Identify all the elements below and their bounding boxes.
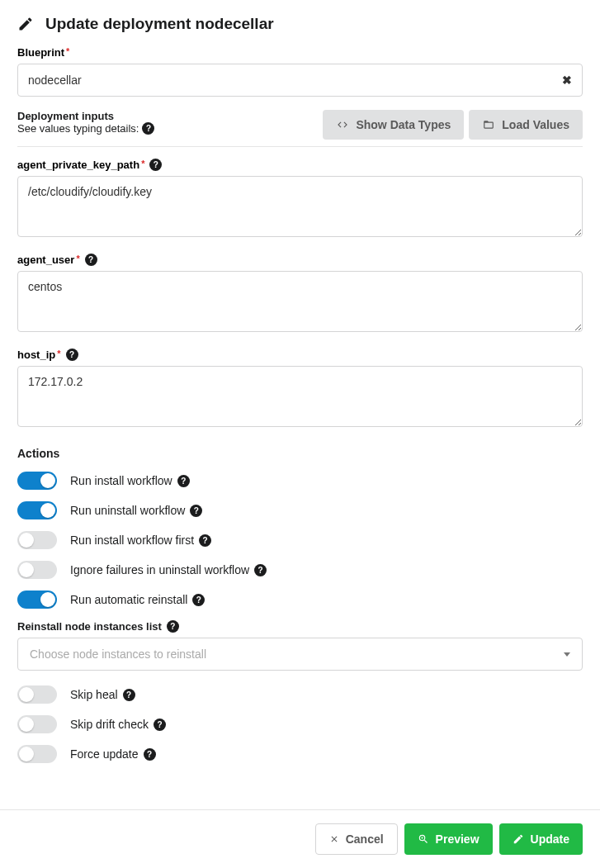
- blueprint-input[interactable]: [28, 64, 562, 96]
- deployment-inputs-subtitle: See values typing details: ?: [17, 122, 154, 135]
- help-icon[interactable]: ?: [154, 719, 166, 731]
- help-icon[interactable]: ?: [167, 620, 179, 633]
- help-icon[interactable]: ?: [144, 748, 156, 761]
- edit-icon: [513, 833, 524, 845]
- run-uninstall-workflow-toggle[interactable]: [17, 501, 57, 519]
- agent-user-input[interactable]: centos: [17, 271, 583, 332]
- help-icon[interactable]: ?: [149, 159, 162, 171]
- help-icon[interactable]: ?: [142, 122, 154, 135]
- run-automatic-reinstall-label: Run automatic reinstall ?: [70, 593, 205, 606]
- agent-private-key-path-label: agent_private_key_path*: [17, 159, 144, 171]
- ignore-failures-label: Ignore failures in uninstall workflow ?: [70, 563, 267, 576]
- skip-drift-check-toggle[interactable]: [17, 715, 57, 733]
- host-ip-label: host_ip*: [17, 349, 61, 361]
- force-update-label: Force update ?: [70, 747, 156, 761]
- run-install-workflow-label: Run install workflow ?: [70, 474, 190, 487]
- deployment-inputs-heading: Deployment inputs: [17, 110, 154, 122]
- close-icon: [329, 834, 339, 844]
- modal-title: Update deployment nodecellar: [45, 15, 274, 33]
- show-data-types-button[interactable]: Show Data Types: [323, 110, 464, 140]
- agent-private-key-path-input[interactable]: /etc/cloudify/cloudify.key: [17, 176, 583, 237]
- divider: [17, 146, 583, 147]
- cancel-button[interactable]: Cancel: [315, 823, 398, 855]
- modal-footer: Cancel Preview Update: [0, 809, 600, 868]
- folder-open-icon: [482, 119, 495, 130]
- actions-heading: Actions: [17, 447, 583, 460]
- chevron-down-icon: [564, 652, 570, 657]
- reinstall-list-dropdown[interactable]: Choose node instances to reinstall: [17, 638, 583, 671]
- run-install-workflow-toggle[interactable]: [17, 472, 57, 490]
- blueprint-input-wrap[interactable]: ✖: [17, 64, 583, 97]
- host-ip-input[interactable]: 172.17.0.2: [17, 366, 583, 427]
- load-values-button[interactable]: Load Values: [469, 110, 583, 140]
- skip-drift-check-label: Skip drift check ?: [70, 718, 166, 731]
- search-plus-icon: [418, 833, 429, 845]
- update-button[interactable]: Update: [499, 823, 583, 855]
- help-icon[interactable]: ?: [85, 254, 97, 266]
- ignore-failures-toggle[interactable]: [17, 561, 57, 579]
- help-icon[interactable]: ?: [192, 594, 205, 606]
- blueprint-label: Blueprint*: [17, 46, 583, 59]
- run-uninstall-workflow-label: Run uninstall workflow ?: [70, 504, 202, 517]
- code-icon: [336, 119, 349, 130]
- agent-user-label: agent_user*: [17, 254, 80, 266]
- help-icon[interactable]: ?: [123, 689, 135, 701]
- help-icon[interactable]: ?: [190, 505, 202, 517]
- run-automatic-reinstall-toggle[interactable]: [17, 591, 57, 609]
- run-install-workflow-first-toggle[interactable]: [17, 531, 57, 549]
- run-install-workflow-first-label: Run install workflow first ?: [70, 534, 211, 547]
- force-update-toggle[interactable]: [17, 745, 57, 763]
- skip-heal-toggle[interactable]: [17, 685, 57, 704]
- modal-header: Update deployment nodecellar: [0, 0, 600, 46]
- help-icon[interactable]: ?: [254, 564, 267, 576]
- edit-icon: [17, 16, 34, 32]
- help-icon[interactable]: ?: [177, 475, 190, 487]
- reinstall-list-label: Reinstall node instances list ?: [17, 620, 583, 633]
- help-icon[interactable]: ?: [199, 534, 211, 547]
- clear-icon[interactable]: ✖: [562, 74, 572, 87]
- skip-heal-label: Skip heal ?: [70, 688, 135, 701]
- preview-button[interactable]: Preview: [404, 823, 493, 855]
- help-icon[interactable]: ?: [66, 349, 78, 361]
